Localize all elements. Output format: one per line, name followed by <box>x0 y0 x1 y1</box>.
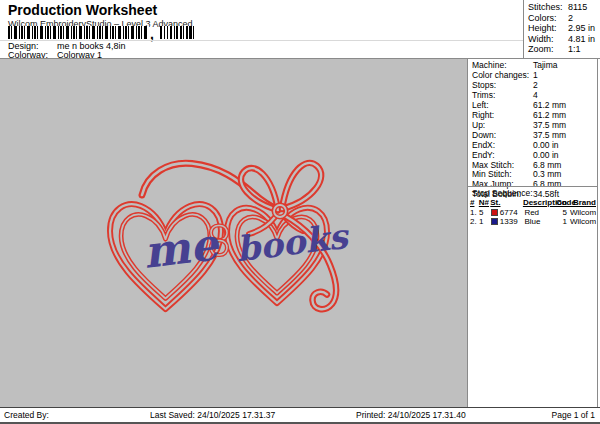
row2-description: Blue <box>524 217 554 227</box>
stitches-value: 8115 <box>568 2 587 13</box>
word-me: me <box>141 218 223 278</box>
colors-value: 2 <box>568 13 573 24</box>
col-st: St. <box>490 198 523 208</box>
footer-divider <box>0 407 600 408</box>
row2-code: 1 <box>554 217 567 227</box>
colors-label: Colors: <box>528 13 568 24</box>
row1-thread: 6774 <box>491 208 525 218</box>
row1-description: Red <box>524 208 554 218</box>
thread-color-swatch <box>491 218 498 225</box>
row1-st: 6774 <box>500 208 518 218</box>
thread-color-swatch <box>491 209 498 216</box>
width-label: Width: <box>528 34 568 45</box>
row1-code: 5 <box>554 208 567 218</box>
created-by-label: Created By: <box>4 410 49 420</box>
table-row: 1. 5 6774 Red 5 Wilcom <box>470 208 596 218</box>
col-code: Code <box>556 198 570 208</box>
col-description: Description <box>523 198 556 208</box>
word-books: books <box>234 216 353 270</box>
zoom-value: 1:1 <box>568 44 581 55</box>
stop-sequence-header: # N# St. Description Code Brand <box>470 198 596 208</box>
row2-st: 1339 <box>500 217 518 227</box>
stop-sequence-divider <box>468 186 597 187</box>
row2-thread: 1339 <box>491 217 525 227</box>
production-worksheet-page: Production Worksheet Wilcom EmbroiderySt… <box>0 0 600 424</box>
height-label: Height: <box>528 23 568 34</box>
col-brand: Brand <box>573 198 596 208</box>
stop-sequence-title: Stop Sequence: <box>472 188 533 198</box>
header-divider <box>0 40 523 41</box>
design-canvas: me books <box>0 59 467 407</box>
page-title: Production Worksheet <box>8 2 157 18</box>
page-number: Page 1 of 1 <box>552 410 595 420</box>
stitches-label: Stitches: <box>528 2 568 13</box>
row2-brand: Wilcom <box>570 217 596 227</box>
barcode-icon <box>160 26 196 39</box>
machine-info-panel: Machine:Tajima Color changes:1 Stops:2 T… <box>467 59 598 407</box>
stop-sequence-table: # N# St. Description Code Brand 1. 5 677… <box>470 198 596 227</box>
embroidery-design: me books <box>0 59 467 407</box>
col-n: N# <box>479 198 490 208</box>
table-row: 2. 1 1339 Blue 1 Wilcom <box>470 217 596 227</box>
barcode-icon <box>8 26 149 39</box>
design-stats-box: Stitches:8115 Colors:2 Height:2.95 in Wi… <box>523 0 598 58</box>
row1-brand: Wilcom <box>570 208 596 218</box>
row2-n: 1 <box>479 217 491 227</box>
row1-num: 1. <box>470 208 479 218</box>
width-value: 4.81 in <box>568 34 595 45</box>
col-num: # <box>470 198 479 208</box>
zoom-label: Zoom: <box>528 44 568 55</box>
printed-text: Printed: 24/10/2025 17.31.40 <box>356 410 466 420</box>
row1-n: 5 <box>479 208 491 218</box>
last-saved-text: Last Saved: 24/10/2025 17.31.37 <box>150 410 275 420</box>
row2-num: 2. <box>470 217 479 227</box>
height-value: 2.95 in <box>568 23 595 34</box>
